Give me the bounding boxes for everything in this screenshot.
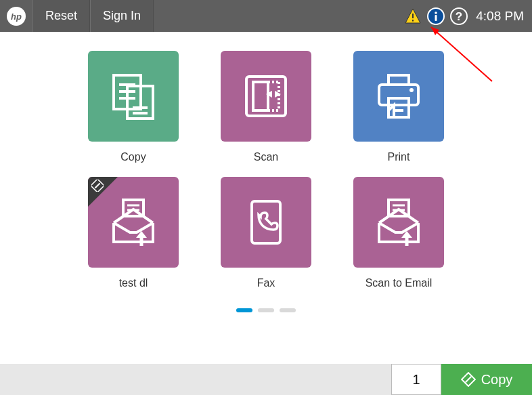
fax-icon — [221, 177, 311, 268]
app-tile-scan-to-email[interactable]: Scan to Email — [345, 177, 452, 289]
tile-label: Copy — [120, 151, 146, 163]
footer-bar: 1 Copy — [0, 364, 532, 395]
quickset-badge-icon — [91, 180, 104, 192]
svg-rect-25 — [379, 85, 418, 105]
tile-label: Scan to Email — [365, 277, 433, 289]
hp-logo: hp — [0, 0, 32, 32]
header-bar: hp Reset Sign In ? 4:08 PM — [0, 0, 532, 32]
svg-rect-7 — [435, 15, 437, 21]
svg-text:?: ? — [456, 10, 462, 23]
tile-label: Scan — [254, 151, 278, 163]
scan-icon — [221, 51, 311, 142]
tile-label: Print — [388, 151, 410, 163]
page-dot[interactable] — [258, 308, 274, 312]
copy-icon — [88, 51, 179, 142]
svg-point-26 — [409, 88, 414, 92]
svg-rect-24 — [389, 75, 409, 85]
clock: 4:08 PM — [473, 9, 532, 24]
app-tile-fax[interactable]: Fax — [213, 177, 319, 289]
svg-rect-18 — [253, 82, 268, 110]
info-icon[interactable] — [427, 7, 445, 25]
home-screen: Copy Scan Print — [0, 32, 532, 312]
copies-input[interactable]: 1 — [391, 364, 441, 395]
signin-button[interactable]: Sign In — [90, 0, 154, 32]
app-tile-print[interactable]: Print — [345, 51, 452, 163]
page-indicator[interactable] — [0, 308, 532, 312]
app-tile-test-dl[interactable]: test dl — [80, 177, 187, 289]
svg-point-6 — [435, 12, 437, 14]
app-tile-scan[interactable]: Scan — [213, 51, 319, 163]
help-icon[interactable]: ? — [450, 7, 468, 25]
copy-start-button[interactable]: Copy — [441, 364, 532, 395]
copy-start-label: Copy — [481, 372, 513, 388]
tile-label: test dl — [119, 277, 148, 289]
svg-rect-36 — [95, 183, 100, 188]
svg-rect-4 — [412, 20, 414, 22]
svg-rect-3 — [412, 14, 414, 18]
page-dot[interactable] — [280, 308, 296, 312]
svg-text:hp: hp — [11, 12, 22, 22]
svg-rect-44 — [465, 376, 472, 383]
print-icon — [353, 51, 444, 142]
app-tile-copy[interactable]: Copy — [80, 51, 187, 163]
email-up-icon — [88, 177, 179, 268]
page-dot[interactable] — [236, 308, 252, 312]
reset-button[interactable]: Reset — [32, 0, 90, 32]
email-up-icon — [353, 177, 444, 268]
warning-icon[interactable] — [404, 7, 422, 25]
tile-label: Fax — [257, 277, 275, 289]
